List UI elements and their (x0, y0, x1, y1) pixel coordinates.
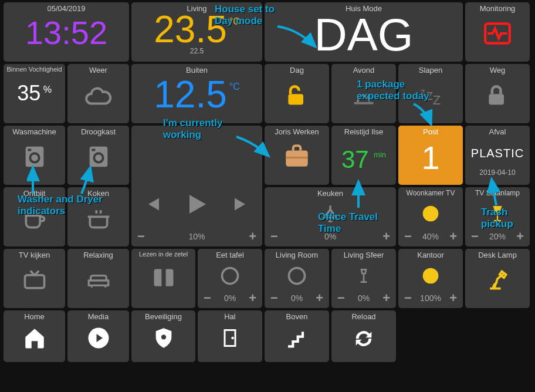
tile-ontbijt[interactable]: Ontbijt (4, 187, 65, 246)
keuken-label: Keuken (265, 187, 396, 198)
livingsfeer-pct: 0% (358, 293, 370, 303)
svg-rect-13 (92, 149, 95, 151)
vol-down[interactable]: − (137, 229, 145, 244)
reload-icon (352, 327, 375, 350)
tile-tvkijken[interactable]: TV kijken (4, 249, 65, 308)
huis-mode-value: DAG (265, 12, 463, 58)
staanlamp-label: TV Staanlamp (465, 187, 530, 197)
tile-post[interactable]: Post 1 (398, 126, 463, 185)
kantoor-pct: 100% (420, 293, 441, 303)
dim-down[interactable]: − (270, 229, 278, 244)
reistijd-label: Reistijd Ilse (331, 126, 396, 136)
stairs-icon (285, 327, 309, 350)
play-icon[interactable] (182, 190, 211, 218)
tile-afval[interactable]: Afval PLASTIC 2019-04-10 (465, 126, 530, 185)
svg-rect-15 (286, 157, 308, 158)
tile-keuken[interactable]: Keuken − 0% + (265, 187, 396, 246)
staanlamp-pct: 20% (489, 232, 506, 241)
dim-up[interactable]: + (382, 290, 390, 306)
svg-text:Z: Z (433, 93, 441, 107)
tile-monitoring[interactable]: Monitoring (465, 2, 530, 62)
woonkamer-pct: 40% (422, 232, 439, 241)
dim-up[interactable]: + (249, 290, 256, 306)
couch-icon (85, 269, 112, 292)
svg-point-8 (31, 154, 38, 161)
reistijd-unit: min (374, 150, 386, 159)
tv-icon (22, 268, 48, 293)
dim-down[interactable]: − (270, 290, 278, 306)
tile-wasmachine[interactable]: Wasmachine (4, 126, 65, 185)
home-icon (22, 326, 47, 350)
tile-livingroom[interactable]: Living Room −0%+ (265, 249, 329, 308)
outside-value: 12.5 (154, 76, 227, 113)
nav-media-label: Media (67, 310, 129, 321)
dim-down[interactable]: − (404, 290, 412, 306)
wasmachine-label: Wasmachine (4, 126, 65, 136)
tile-woonkamer-tv[interactable]: Woonkamer TV − 40% + (398, 187, 463, 246)
dim-down[interactable]: − (337, 290, 345, 306)
tile-outside[interactable]: Buiten 12.5 °C (131, 64, 262, 123)
livingsfeer-label: Living Sfeer (331, 249, 396, 259)
desk-lamp-icon (485, 266, 510, 293)
tile-mode-weg[interactable]: Weg (465, 64, 530, 123)
dim-up[interactable]: + (516, 229, 524, 244)
tile-clock[interactable]: 05/04/2019 13:52 (4, 2, 129, 62)
ontbijt-label: Ontbijt (4, 187, 65, 198)
nav-home[interactable]: Home (4, 310, 65, 362)
tile-weather[interactable]: Weer (67, 64, 129, 123)
dim-up[interactable]: + (316, 290, 323, 306)
nav-media[interactable]: Media (67, 310, 129, 362)
nav-beveiliging[interactable]: Beveiliging (131, 310, 195, 362)
tile-living-temp[interactable]: Living 23.5 °C 22.5 (131, 2, 262, 62)
livingroom-pct: 0% (291, 293, 303, 303)
lock-icon (485, 80, 510, 110)
post-value: 1 (398, 138, 463, 177)
svg-point-24 (231, 337, 234, 340)
dim-up[interactable]: + (449, 229, 457, 244)
tile-droogkast[interactable]: Droogkast (67, 126, 129, 185)
dim-up[interactable]: + (449, 290, 457, 306)
nav-hal[interactable]: Hal (198, 310, 262, 362)
tile-media-player[interactable]: − 10% + (131, 126, 262, 246)
tile-huis-mode[interactable]: Huis Mode DAG (265, 2, 463, 62)
tile-mode-avond[interactable]: Avond (331, 64, 396, 123)
tile-mode-slapen[interactable]: Slapen ZZZ (398, 64, 463, 123)
prev-icon[interactable] (141, 194, 162, 215)
nav-reload-label: Reload (331, 310, 396, 321)
svg-point-18 (222, 268, 238, 284)
dim-down[interactable]: − (204, 290, 211, 306)
tile-staanlamp[interactable]: TV Staanlamp − 20% + (465, 187, 530, 246)
light-off-icon (219, 265, 241, 286)
reistijd-value: 37 (341, 146, 369, 173)
vol-up[interactable]: + (249, 229, 256, 244)
tile-kantoor[interactable]: Kantoor −100%+ (398, 249, 463, 308)
svg-text:Z: Z (426, 90, 433, 102)
tile-mode-dag[interactable]: Dag (265, 64, 329, 123)
afval-label: Afval (465, 126, 530, 136)
tile-eettafel[interactable]: Eet tafel −0%+ (198, 249, 262, 308)
nav-reload[interactable]: Reload (331, 310, 396, 362)
nav-boven[interactable]: Boven (265, 310, 329, 362)
kantoor-label: Kantoor (398, 249, 463, 259)
woonkamer-label: Woonkamer TV (398, 187, 463, 197)
droogkast-label: Droogkast (67, 126, 129, 136)
date-label: 05/04/2019 (4, 2, 129, 13)
dim-down[interactable]: − (404, 229, 412, 244)
svg-rect-17 (25, 275, 44, 288)
tile-reistijd[interactable]: Reistijd Ilse 37 min (331, 126, 396, 185)
tile-joris[interactable]: Joris Werken (265, 126, 329, 185)
dim-down[interactable]: − (471, 229, 479, 244)
tile-koken[interactable]: Koken (67, 187, 129, 246)
tile-lezen[interactable]: Lezen in de zetel (131, 249, 195, 308)
lezen-label: Lezen in de zetel (131, 249, 195, 258)
tile-humidity[interactable]: Binnen Vochtigheid 35 % (4, 64, 65, 123)
tile-livingsfeer[interactable]: Living Sfeer −0%+ (331, 249, 396, 308)
nav-beveiliging-label: Beveiliging (131, 310, 195, 321)
heartbeat-icon (483, 19, 512, 48)
floor-lamp-icon (487, 202, 508, 225)
next-icon[interactable] (231, 194, 252, 215)
tile-relaxing[interactable]: Relaxing (67, 249, 129, 308)
weather-label: Weer (67, 64, 129, 75)
dim-up[interactable]: + (382, 229, 390, 244)
tile-desklamp[interactable]: Desk Lamp (465, 249, 530, 308)
